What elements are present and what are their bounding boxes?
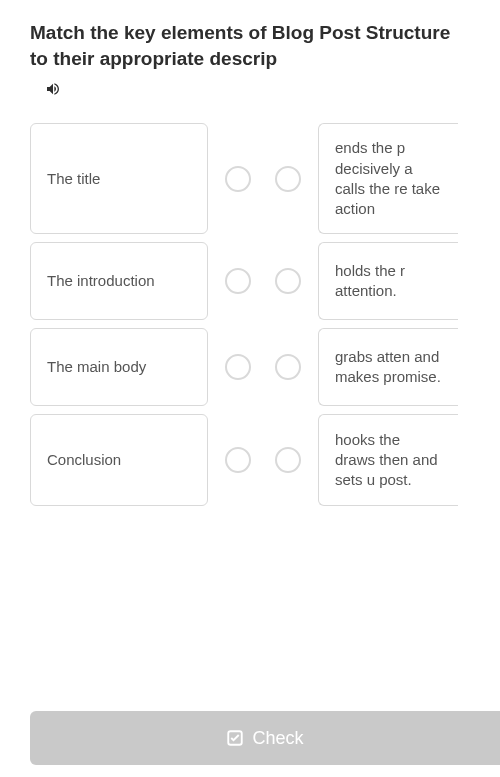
left-item-label: The title	[47, 169, 100, 189]
right-item-description[interactable]: ends the p decisively a calls the re tak…	[318, 123, 458, 234]
left-connector-circle[interactable]	[225, 166, 251, 192]
left-item-introduction[interactable]: The introduction	[30, 242, 208, 320]
right-item-text: ends the p decisively a calls the re tak…	[335, 138, 442, 219]
connector-zone	[208, 421, 318, 499]
match-row: The title ends the p decisively a calls …	[30, 123, 470, 234]
right-connector-circle[interactable]	[275, 268, 301, 294]
match-row: The introduction holds the r attention.	[30, 242, 470, 320]
check-button-label: Check	[252, 728, 303, 749]
check-icon	[226, 729, 244, 747]
right-connector-circle[interactable]	[275, 447, 301, 473]
right-item-description[interactable]: holds the r attention.	[318, 242, 458, 320]
match-row: Conclusion hooks the draws then and sets…	[30, 414, 470, 506]
right-connector-circle[interactable]	[275, 354, 301, 380]
question-title: Match the key elements of Blog Post Stru…	[30, 20, 470, 71]
right-item-text: grabs atten and makes promise.	[335, 347, 442, 388]
left-item-label: The main body	[47, 357, 146, 377]
left-item-conclusion[interactable]: Conclusion	[30, 414, 208, 506]
check-button[interactable]: Check	[30, 711, 500, 765]
left-connector-circle[interactable]	[225, 354, 251, 380]
left-item-title[interactable]: The title	[30, 123, 208, 234]
right-item-text: holds the r attention.	[335, 261, 442, 302]
connector-zone	[208, 242, 318, 320]
right-connector-circle[interactable]	[275, 166, 301, 192]
left-connector-circle[interactable]	[225, 268, 251, 294]
right-item-description[interactable]: hooks the draws then and sets u post.	[318, 414, 458, 506]
right-item-description[interactable]: grabs atten and makes promise.	[318, 328, 458, 406]
speaker-icon	[44, 83, 62, 100]
left-item-label: The introduction	[47, 271, 155, 291]
audio-button[interactable]	[30, 81, 470, 101]
connector-zone	[208, 140, 318, 218]
match-grid: The title ends the p decisively a calls …	[30, 123, 470, 506]
connector-zone	[208, 328, 318, 406]
left-item-main-body[interactable]: The main body	[30, 328, 208, 406]
right-item-text: hooks the draws then and sets u post.	[335, 430, 442, 491]
match-row: The main body grabs atten and makes prom…	[30, 328, 470, 406]
left-item-label: Conclusion	[47, 450, 121, 470]
left-connector-circle[interactable]	[225, 447, 251, 473]
